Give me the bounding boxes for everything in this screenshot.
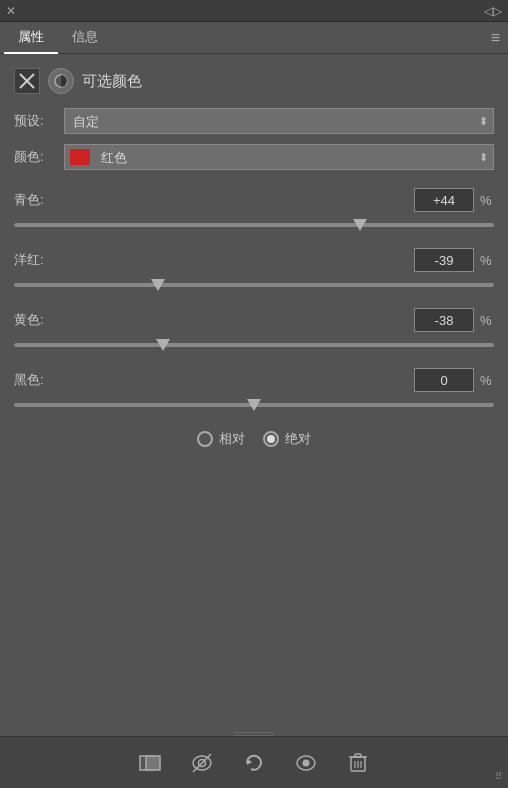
relative-radio-item[interactable]: 相对 (197, 430, 245, 448)
preset-select-wrapper: 自定 ⬍ (64, 108, 494, 134)
black-slider-track-container[interactable] (14, 396, 494, 414)
bottom-toolbar: ⠿ (0, 736, 508, 788)
delete-button[interactable] (340, 745, 376, 781)
reset-icon (243, 752, 265, 774)
svg-point-10 (303, 759, 310, 766)
absolute-radio-dot (267, 435, 275, 443)
preset-row: 预设: 自定 ⬍ (14, 108, 494, 134)
tab-info[interactable]: 信息 (58, 22, 112, 54)
magenta-slider-track-container[interactable] (14, 276, 494, 294)
black-slider-thumb[interactable] (247, 399, 261, 411)
yellow-slider-thumb[interactable] (156, 339, 170, 351)
collapse-arrows-icon[interactable]: ◁▷ (484, 4, 502, 18)
black-value[interactable]: 0 (414, 368, 474, 392)
eye-alt-icon (191, 752, 213, 774)
relative-radio-label: 相对 (219, 430, 245, 448)
properties-panel: 可选颜色 预设: 自定 ⬍ 颜色: 红色 ⬍ 青色: +44 % 洋 (0, 54, 508, 468)
color-row: 颜色: 红色 ⬍ (14, 144, 494, 170)
resize-grip (229, 731, 279, 736)
close-icon[interactable]: ✕ (6, 4, 16, 18)
eye-icon (295, 752, 317, 774)
mask-icon (139, 752, 161, 774)
yellow-label: 黄色: (14, 311, 56, 329)
absolute-radio-circle[interactable] (263, 431, 279, 447)
cyan-slider-track-container[interactable] (14, 216, 494, 234)
method-radio-group: 相对 绝对 (14, 430, 494, 448)
magenta-label: 洋红: (14, 251, 56, 269)
panel-menu-icon[interactable]: ≡ (491, 29, 500, 47)
tab-bar: 属性 信息 ≡ (0, 22, 508, 54)
cyan-slider-track (14, 223, 494, 227)
grip-line-2 (234, 735, 274, 736)
magenta-value[interactable]: -39 (414, 248, 474, 272)
yellow-slider-row: 黄色: -38 % (14, 308, 494, 332)
layer-header: 可选颜色 (14, 68, 494, 94)
svg-marker-8 (247, 759, 252, 765)
magenta-percent: % (480, 253, 494, 268)
preset-select[interactable]: 自定 (64, 108, 494, 134)
cyan-label: 青色: (14, 191, 56, 209)
cyan-value[interactable]: +44 (414, 188, 474, 212)
reset-button[interactable] (236, 745, 272, 781)
yellow-slider-track-container[interactable] (14, 336, 494, 354)
adjustment-title: 可选颜色 (82, 72, 142, 91)
svg-rect-13 (355, 754, 361, 757)
cyan-percent: % (480, 193, 494, 208)
color-label: 颜色: (14, 148, 56, 166)
black-label: 黑色: (14, 371, 56, 389)
black-slider-section: 黑色: 0 % (14, 368, 494, 414)
yellow-slider-track (14, 343, 494, 347)
yellow-percent: % (480, 313, 494, 328)
black-slider-row: 黑色: 0 % (14, 368, 494, 392)
cyan-slider-section: 青色: +44 % (14, 188, 494, 234)
x-icon (18, 72, 36, 90)
panel-grip-icon: ⠿ (495, 771, 502, 782)
grip-line-1 (234, 732, 274, 733)
eye-button[interactable] (288, 745, 324, 781)
cyan-slider-thumb[interactable] (353, 219, 367, 231)
svg-rect-4 (146, 756, 160, 770)
adjustment-icon[interactable] (14, 68, 40, 94)
color-select-wrapper: 红色 ⬍ (64, 144, 494, 170)
circle-icon (53, 73, 69, 89)
magenta-slider-track (14, 283, 494, 287)
magenta-slider-section: 洋红: -39 % (14, 248, 494, 294)
absolute-radio-item[interactable]: 绝对 (263, 430, 311, 448)
black-percent: % (480, 373, 494, 388)
absolute-radio-label: 绝对 (285, 430, 311, 448)
layer-visibility-icon[interactable] (48, 68, 74, 94)
trash-icon (348, 752, 368, 774)
yellow-slider-section: 黄色: -38 % (14, 308, 494, 354)
eye-alt-button[interactable] (184, 745, 220, 781)
mask-button[interactable] (132, 745, 168, 781)
title-bar: ✕ ◁▷ (0, 0, 508, 22)
tab-properties[interactable]: 属性 (4, 22, 58, 54)
relative-radio-circle[interactable] (197, 431, 213, 447)
preset-label: 预设: (14, 112, 56, 130)
yellow-value[interactable]: -38 (414, 308, 474, 332)
cyan-slider-row: 青色: +44 % (14, 188, 494, 212)
magenta-slider-row: 洋红: -39 % (14, 248, 494, 272)
color-select[interactable]: 红色 (64, 144, 494, 170)
magenta-slider-thumb[interactable] (151, 279, 165, 291)
